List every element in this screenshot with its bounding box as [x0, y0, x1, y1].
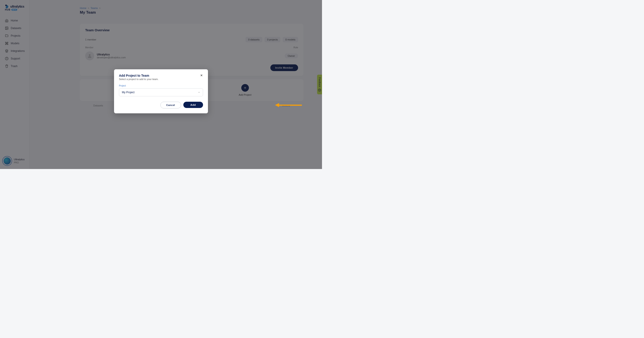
close-button[interactable]: [199, 73, 204, 78]
project-select-value: My Project: [122, 91, 134, 94]
cancel-button[interactable]: Cancel: [160, 102, 181, 108]
add-button[interactable]: Add: [183, 102, 203, 108]
annotation-arrow: [275, 103, 302, 107]
add-project-dialog: Add Project to Team Select a project to …: [114, 69, 208, 113]
dialog-title: Add Project to Team: [119, 74, 203, 77]
dialog-subtitle: Select a project to add to your team.: [119, 78, 203, 80]
chevron-down-icon: [198, 91, 200, 94]
modal-overlay[interactable]: Add Project to Team Select a project to …: [0, 0, 322, 169]
project-field-label: Project: [119, 84, 203, 87]
close-icon: [200, 74, 203, 77]
project-select[interactable]: My Project: [119, 88, 203, 96]
